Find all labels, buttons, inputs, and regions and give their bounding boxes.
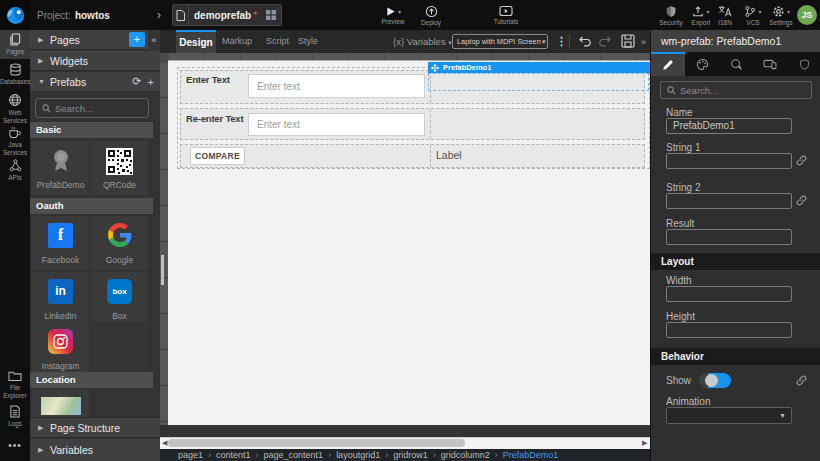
vcs-icon	[744, 5, 756, 18]
rail-item-web-services[interactable]: WebServices	[0, 93, 30, 124]
app-grid-icon[interactable]	[266, 10, 276, 20]
grid-row-3[interactable]: COMPARE Label	[180, 144, 645, 168]
show-bind-icon[interactable]	[796, 375, 807, 386]
compare-button[interactable]: COMPARE	[190, 147, 245, 165]
rail-item-apis[interactable]: APIs	[0, 159, 30, 182]
settings-button[interactable]: ▾ Settings	[766, 0, 796, 30]
undo-button[interactable]	[578, 35, 592, 48]
prefab-search-input[interactable]: Search...	[35, 98, 149, 118]
rail-item-file-explorer[interactable]: FileExplorer	[0, 370, 30, 399]
tutorials-button[interactable]: Tutorials	[488, 0, 524, 30]
selected-widget-outline[interactable]	[428, 73, 649, 91]
tab-markup[interactable]: Markup	[222, 30, 252, 53]
prefab-tile-location[interactable]	[32, 390, 89, 417]
group-header-basic: Basic	[30, 122, 153, 138]
prefab-tile-instagram[interactable]: Instagram	[32, 322, 89, 376]
section-page-structure[interactable]: ▶ Page Structure	[30, 417, 160, 438]
name-input[interactable]: PrefabDemo1	[666, 118, 792, 134]
prefab-tile-facebook[interactable]: f Facebook	[32, 216, 89, 270]
width-input[interactable]	[666, 286, 792, 302]
breadcrumb-content1[interactable]: content1	[216, 450, 251, 460]
rail-item-pages[interactable]: Pages	[0, 30, 30, 59]
re-enter-text-input[interactable]: Enter text	[248, 113, 425, 136]
canvas-area: Design Markup Script Style {x} Variables…	[160, 30, 650, 461]
breadcrumb-layoutgrid1[interactable]: layoutgrid1	[336, 450, 380, 460]
preview-button[interactable]: ▾ Preview	[374, 0, 412, 30]
refresh-prefabs-icon[interactable]: ⟳	[132, 75, 141, 88]
security-icon	[665, 5, 677, 18]
show-toggle[interactable]	[699, 373, 731, 388]
section-widgets[interactable]: ▶ Widgets	[30, 51, 160, 71]
breadcrumb-prefabdemo1[interactable]: PrefabDemo1	[503, 450, 559, 460]
scroll-left-arrow[interactable]: ◀	[162, 438, 167, 448]
section-variables[interactable]: ▶ Variables	[30, 439, 160, 461]
cell-divider-2	[430, 109, 431, 139]
add-page-button[interactable]: +	[129, 32, 145, 47]
rail-item-java-services[interactable]: JavaServices	[0, 126, 30, 156]
section-prefabs[interactable]: ▼ Prefabs ⟳ +	[30, 72, 160, 92]
add-prefab-icon[interactable]: +	[148, 76, 154, 88]
animation-label: Animation	[666, 396, 710, 407]
tab-design[interactable]: Design	[176, 30, 216, 53]
device-select[interactable]: Laptop with MDPI Screen▼	[452, 34, 548, 49]
section-pages[interactable]: ▶ Pages + «	[30, 30, 160, 50]
prefab-tile-google[interactable]: Google	[91, 216, 148, 270]
more-options-button[interactable]: ⋮	[556, 30, 567, 53]
rail-item-databases[interactable]: Databases	[0, 63, 30, 86]
tab-security-props[interactable]	[787, 52, 820, 76]
properties-panel-title: wm-prefab: PrefabDemo1	[651, 30, 820, 52]
group-header-location: Location	[30, 372, 153, 388]
prefab-tile-box[interactable]: box Box	[91, 272, 148, 326]
grid-row-2[interactable]: Re-enter Text Enter text	[180, 108, 645, 140]
save-button[interactable]	[621, 34, 635, 48]
string1-input[interactable]	[666, 153, 792, 169]
user-avatar[interactable]: JS	[797, 5, 817, 25]
prefab-tile-prefabdemo[interactable]: PrefabDemo	[32, 141, 89, 195]
breadcrumb-page-content1[interactable]: page_content1	[264, 450, 324, 460]
tab-styles[interactable]	[685, 52, 719, 76]
prefab-tile-qrcode[interactable]: QRCode	[91, 141, 148, 195]
collapse-panel-icon[interactable]: «	[148, 30, 160, 50]
wavemaker-logo[interactable]	[0, 0, 30, 30]
tab-search-props[interactable]	[719, 52, 753, 76]
string2-input[interactable]	[666, 193, 792, 209]
string2-label: String 2	[666, 182, 700, 193]
properties-search-input[interactable]: Search...	[660, 81, 812, 99]
variables-button[interactable]: {x} Variables ▾	[393, 30, 452, 54]
prefab-tile-linkedin[interactable]: in LinkedIn	[32, 272, 89, 326]
apis-icon	[9, 159, 22, 172]
group-header-oauth: Oauth	[30, 198, 153, 214]
tab-style[interactable]: Style	[298, 30, 318, 53]
redo-button[interactable]	[598, 35, 612, 48]
empty-tile	[91, 322, 148, 376]
palette-icon	[696, 58, 709, 71]
i18n-button[interactable]: I18N	[712, 0, 738, 30]
properties-panel: wm-prefab: PrefabDemo1 Search... Name Pr…	[650, 30, 820, 461]
enter-text-input[interactable]: Enter text	[248, 74, 425, 98]
result-input[interactable]	[666, 229, 792, 245]
animation-select[interactable]: ▼	[666, 407, 792, 424]
tab-script[interactable]: Script	[266, 30, 289, 53]
scroll-right-arrow[interactable]: ▶	[642, 438, 647, 448]
vcs-button[interactable]: ▾ VCS	[740, 0, 766, 30]
expand-panel-icon[interactable]: »	[641, 30, 646, 53]
rail-more-button[interactable]: •••	[0, 440, 30, 451]
string1-bind-icon[interactable]	[796, 155, 807, 166]
selected-widget-header[interactable]: PrefabDemo1	[428, 62, 650, 73]
device-icon	[763, 59, 777, 70]
selected-widget-name: PrefabDemo1	[443, 63, 491, 72]
rail-item-logs[interactable]: Logs	[0, 405, 30, 428]
tab-devices[interactable]	[753, 52, 787, 76]
breadcrumb-page1[interactable]: page1	[178, 450, 203, 460]
horizontal-scrollbar-thumb[interactable]	[168, 439, 465, 447]
string2-bind-icon[interactable]	[796, 195, 807, 206]
deploy-button[interactable]: Deploy	[414, 0, 448, 30]
breadcrumb-gridrow1[interactable]: gridrow1	[393, 450, 428, 460]
security-button[interactable]: Security	[656, 0, 686, 30]
app-selector[interactable]: demoprefab *	[172, 4, 282, 26]
vertical-scroll-indicator[interactable]	[161, 255, 164, 285]
breadcrumb-gridcolumn2[interactable]: gridcolumn2	[441, 450, 490, 460]
tab-properties[interactable]	[651, 52, 685, 76]
height-input[interactable]	[666, 322, 792, 338]
show-label: Show	[666, 375, 691, 386]
